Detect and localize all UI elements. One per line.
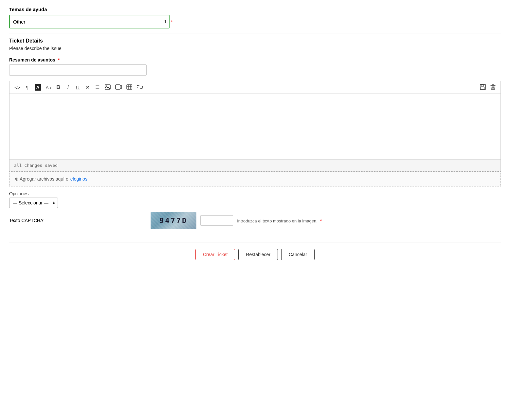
subject-label: Resumen de asuntos: [9, 57, 55, 62]
bold-icon: B: [56, 84, 60, 90]
captcha-input[interactable]: [200, 215, 233, 226]
font-size-icon: Aa: [46, 85, 51, 90]
captcha-required-star: *: [320, 218, 322, 223]
save-icon: [480, 84, 486, 91]
strikethrough-button[interactable]: S: [83, 83, 92, 92]
paragraph-icon: ¶: [26, 85, 29, 90]
svg-rect-10: [481, 84, 484, 86]
page-container: Temas de ayuda Other Technical Support B…: [0, 0, 510, 276]
captcha-label: Texto CAPTCHA:: [9, 218, 45, 223]
italic-icon: I: [67, 84, 68, 90]
subject-label-row: Resumen de asuntos *: [9, 57, 501, 62]
subject-input[interactable]: [9, 64, 147, 76]
image-icon: [105, 84, 111, 91]
save-button[interactable]: [478, 83, 487, 92]
video-button[interactable]: [114, 83, 123, 92]
text-format-a-icon: A: [35, 84, 41, 91]
bold-button[interactable]: B: [54, 83, 63, 92]
file-upload-link[interactable]: elegirlos: [70, 176, 87, 182]
svg-rect-3: [127, 85, 132, 89]
table-button[interactable]: [125, 83, 134, 92]
underline-icon: U: [76, 85, 80, 90]
code-icon: <>: [14, 85, 20, 90]
delete-icon: [490, 84, 496, 91]
temas-section: Temas de ayuda Other Technical Support B…: [9, 7, 501, 28]
reset-button[interactable]: Restablecer: [238, 249, 278, 260]
list-button[interactable]: ☰: [93, 83, 102, 92]
editor-container: <> ¶ A Aa B I U: [9, 81, 501, 171]
captcha-value: 9477D: [159, 217, 188, 225]
delete-button[interactable]: [489, 83, 497, 92]
svg-point-1: [106, 86, 107, 87]
temas-select[interactable]: Other Technical Support Billing General …: [9, 15, 170, 28]
code-button[interactable]: <>: [13, 83, 22, 92]
italic-button[interactable]: I: [64, 83, 72, 92]
opciones-select[interactable]: — Seleccionar —: [9, 198, 58, 208]
divider-1: [9, 33, 501, 33]
opciones-select-wrapper: — Seleccionar — ⬍: [9, 198, 58, 208]
ticket-details-section: Ticket Details Please describe the issue…: [9, 38, 501, 229]
temas-field-row: Other Technical Support Billing General …: [9, 15, 501, 28]
temas-select-wrapper: Other Technical Support Billing General …: [9, 15, 170, 28]
create-ticket-button[interactable]: Crear Ticket: [195, 249, 235, 260]
svg-rect-2: [116, 85, 120, 89]
editor-body[interactable]: [9, 94, 501, 159]
underline-button[interactable]: U: [74, 83, 82, 92]
video-icon: [115, 84, 122, 91]
captcha-hint: Introduzca el texto mostrado en la image…: [237, 218, 322, 223]
link-button[interactable]: [135, 83, 144, 92]
table-icon: [126, 84, 132, 91]
ticket-description: Please describe the issue.: [9, 46, 501, 51]
ticket-details-title: Ticket Details: [9, 38, 501, 44]
paragraph-button[interactable]: ¶: [23, 83, 32, 92]
format-a-button[interactable]: A: [33, 83, 43, 92]
hr-icon: —: [147, 85, 152, 90]
captcha-row: Texto CAPTCHA: 9477D Introduzca el texto…: [9, 212, 501, 229]
file-upload-text: ⊕ Agregar archivos aquí o: [15, 176, 68, 182]
temas-label: Temas de ayuda: [9, 7, 501, 12]
image-button[interactable]: [103, 83, 112, 92]
strikethrough-icon: S: [86, 85, 89, 90]
hr-button[interactable]: —: [146, 83, 154, 92]
editor-status: all changes saved: [9, 159, 501, 171]
list-icon: ☰: [95, 84, 100, 90]
buttons-row: Crear Ticket Restablecer Cancelar: [9, 242, 501, 270]
link-icon: [137, 85, 143, 90]
svg-rect-11: [481, 87, 485, 89]
file-upload-area[interactable]: ⊕ Agregar archivos aquí o elegirlos: [9, 171, 501, 186]
captcha-image: 9477D: [151, 212, 196, 229]
cancel-button[interactable]: Cancelar: [281, 249, 315, 260]
temas-required-star: *: [171, 19, 173, 25]
subject-required-star: *: [58, 57, 60, 62]
font-size-button[interactable]: Aa: [44, 83, 53, 92]
editor-toolbar: <> ¶ A Aa B I U: [9, 81, 501, 94]
opciones-label: Opciones: [9, 191, 501, 196]
